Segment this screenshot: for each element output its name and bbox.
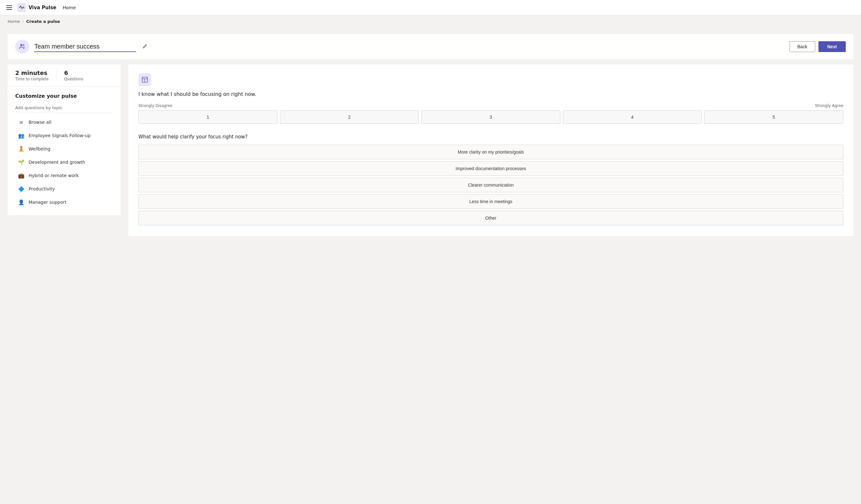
pulse-icon: [15, 40, 29, 54]
scale-option-4[interactable]: 4: [563, 110, 702, 124]
add-questions-label: Add questions by topic: [15, 106, 113, 113]
next-button[interactable]: Next: [818, 41, 846, 52]
content-area: 2 minutes Time to complete 6 Questions C…: [8, 65, 853, 236]
topic-item-development-growth[interactable]: 🌱 Development and growth: [15, 155, 113, 169]
team-icon: [18, 43, 26, 51]
topic-icon-hybrid-remote: 💼: [18, 172, 25, 179]
scale-labels: Strongly Disagree Strongly Agree: [138, 103, 843, 108]
edit-title-button[interactable]: [141, 43, 149, 51]
topic-icon-wellbeing: 🧘: [18, 145, 25, 152]
scale-buttons: 12345: [138, 110, 843, 124]
answer-option[interactable]: Less time in meetings: [138, 194, 843, 209]
topic-label-employee-signals: Employee Signals Follow-up: [29, 133, 91, 138]
hamburger-menu[interactable]: [5, 4, 13, 11]
svg-point-3: [23, 44, 25, 46]
app-name: Viva Pulse: [29, 5, 56, 11]
scale-min-label: Strongly Disagree: [138, 103, 173, 108]
topic-label-productivity: Productivity: [29, 186, 55, 191]
customize-section: Customize your pulse Add questions by to…: [8, 87, 121, 215]
breadcrumb-home[interactable]: Home: [8, 19, 20, 24]
breadcrumb: Home › Create a pulse: [0, 15, 861, 28]
topic-item-hybrid-remote[interactable]: 💼 Hybrid or remote work: [15, 169, 113, 182]
table-icon: [141, 76, 148, 83]
home-nav-link[interactable]: Home: [60, 4, 79, 11]
pencil-icon: [142, 44, 147, 49]
topic-icon-browse-all: ≡: [18, 119, 25, 126]
pulse-title-input[interactable]: [34, 42, 136, 52]
topic-label-hybrid-remote: Hybrid or remote work: [29, 173, 79, 178]
top-navigation: Viva Pulse Home: [0, 0, 861, 15]
topic-icon-manager-support: 👤: [18, 199, 25, 206]
question-1-text: I know what I should be focusing on righ…: [138, 91, 843, 97]
pulse-header: Back Next: [8, 34, 853, 59]
time-value: 2 minutes: [15, 70, 49, 76]
options-list: More clarity on my priorities/goalsImpro…: [138, 145, 843, 225]
time-label: Time to complete: [15, 77, 49, 81]
breadcrumb-chevron: ›: [22, 19, 24, 24]
scale-option-3[interactable]: 3: [421, 110, 560, 124]
scale-option-1[interactable]: 1: [138, 110, 277, 124]
topic-label-manager-support: Manager support: [29, 200, 67, 205]
question-preview-panel: I know what I should be focusing on righ…: [128, 65, 853, 236]
topic-label-development-growth: Development and growth: [29, 160, 85, 165]
title-wrapper: [34, 42, 149, 52]
answer-option[interactable]: Improved documentation processes: [138, 161, 843, 176]
question-category-icon: [138, 73, 151, 86]
back-button[interactable]: Back: [790, 41, 815, 52]
topic-label-browse-all: Browse all: [29, 120, 52, 125]
topic-icon-productivity: 🔷: [18, 185, 25, 192]
topic-icon-development-growth: 🌱: [18, 159, 25, 166]
viva-pulse-logo: [17, 3, 26, 12]
customize-title: Customize your pulse: [15, 93, 113, 99]
scale-option-2[interactable]: 2: [280, 110, 419, 124]
header-buttons: Back Next: [790, 41, 846, 52]
answer-option[interactable]: Other: [138, 211, 843, 225]
answer-option[interactable]: Clearer communication: [138, 178, 843, 192]
questions-value: 6: [64, 70, 83, 76]
scale-option-5[interactable]: 5: [704, 110, 843, 124]
stats-bar: 2 minutes Time to complete 6 Questions: [8, 65, 121, 87]
questions-stat: 6 Questions: [56, 70, 91, 81]
svg-point-1: [23, 7, 25, 8]
topic-label-wellbeing: Wellbeing: [29, 146, 51, 151]
breadcrumb-current: Create a pulse: [26, 19, 60, 24]
topic-item-employee-signals[interactable]: 👥 Employee Signals Follow-up: [15, 129, 113, 142]
main-container: Back Next 2 minutes Time to complete 6 Q…: [0, 28, 861, 504]
question-2-text: What would help clarify your focus right…: [138, 134, 843, 140]
scale-max-label: Strongly Agree: [815, 103, 843, 108]
topic-item-manager-support[interactable]: 👤 Manager support: [15, 196, 113, 209]
pulse-title-area: [15, 40, 149, 54]
time-stat: 2 minutes Time to complete: [15, 70, 56, 81]
logo-area: Viva Pulse: [17, 3, 56, 12]
svg-point-2: [20, 44, 22, 46]
topic-item-browse-all[interactable]: ≡ Browse all: [15, 115, 113, 129]
left-panel: 2 minutes Time to complete 6 Questions C…: [8, 65, 128, 236]
topic-item-productivity[interactable]: 🔷 Productivity: [15, 182, 113, 196]
topic-list: ≡ Browse all👥 Employee Signals Follow-up…: [15, 115, 113, 209]
topic-item-wellbeing[interactable]: 🧘 Wellbeing: [15, 142, 113, 155]
answer-option[interactable]: More clarity on my priorities/goals: [138, 145, 843, 159]
topic-icon-employee-signals: 👥: [18, 132, 25, 139]
questions-label: Questions: [64, 77, 83, 81]
